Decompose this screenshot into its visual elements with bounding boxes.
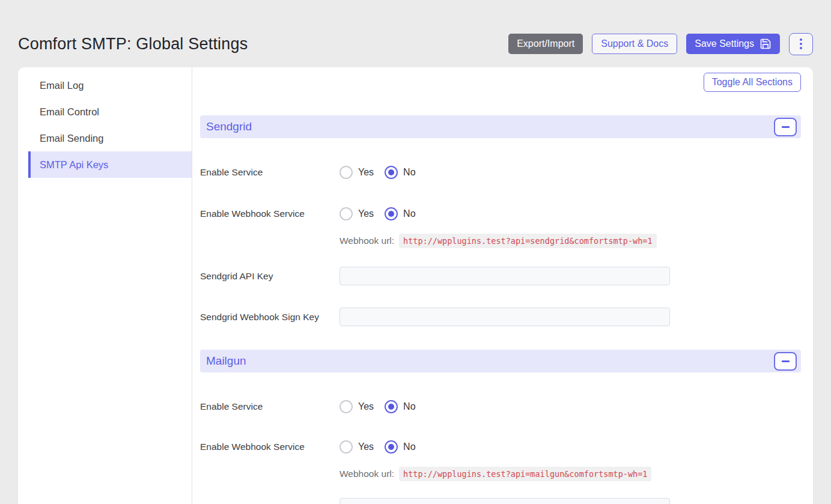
section-title: Sendgrid <box>206 120 252 133</box>
field-label: Enable Webhook Service <box>200 207 339 220</box>
form-row-sendgrid-api-key: Sendgrid API Key <box>200 267 801 285</box>
radio-no[interactable] <box>385 400 398 413</box>
minus-icon <box>782 126 790 128</box>
sendgrid-api-key-input[interactable] <box>339 267 670 285</box>
radio-yes[interactable] <box>339 207 353 220</box>
radio-yes[interactable] <box>339 400 353 413</box>
radio-no[interactable] <box>385 166 398 179</box>
form-row-enable-service: Enable Service Yes No <box>200 166 801 179</box>
toolbar: Export/Import Support & Docs Save Settin… <box>508 33 813 55</box>
radio-group-enable-service: Yes No <box>339 400 427 413</box>
sidebar-item-smtp-api-keys[interactable]: SMTP Api Keys <box>28 151 192 178</box>
form-row-sendgrid-webhook-sign-key: Sendgrid Webhook Sign Key <box>200 308 801 326</box>
settings-card: Email Log Email Control Email Sending SM… <box>18 67 813 504</box>
section-title: Mailgun <box>206 354 246 368</box>
radio-no[interactable] <box>385 207 398 220</box>
sidebar-item-email-sending[interactable]: Email Sending <box>28 125 192 151</box>
sendgrid-webhook-sign-key-input[interactable] <box>339 308 670 326</box>
webhook-url-line: Webhook url: http://wpplugins.test?api=s… <box>339 234 657 248</box>
sidebar: Email Log Email Control Email Sending SM… <box>18 67 192 504</box>
form-row-enable-webhook-service: Enable Webhook Service Yes No Webhook ur… <box>200 207 801 248</box>
radio-yes-label[interactable]: Yes <box>358 401 374 412</box>
webhook-url-label: Webhook url: <box>339 469 394 479</box>
field-label: Sendgrid Webhook Sign Key <box>200 311 339 324</box>
radio-group-enable-service: Yes No <box>339 166 427 179</box>
radio-no-label[interactable]: No <box>403 167 415 178</box>
section-header-mailgun[interactable]: Mailgun <box>200 350 801 372</box>
webhook-url-label: Webhook url: <box>339 235 394 246</box>
top-bar: Comfort SMTP: Global Settings Export/Imp… <box>0 0 831 67</box>
radio-group-enable-webhook-service: Yes No <box>339 440 651 454</box>
field-label: Enable Service <box>200 166 339 179</box>
sidebar-item-label: Email Control <box>40 106 99 118</box>
sidebar-item-email-control[interactable]: Email Control <box>28 99 192 125</box>
radio-yes-label[interactable]: Yes <box>358 208 374 219</box>
collapse-section-button[interactable] <box>774 118 797 136</box>
save-settings-label: Save Settings <box>695 38 754 49</box>
toggle-all-sections-button[interactable]: Toggle All Sections <box>704 73 801 92</box>
sidebar-item-label: SMTP Api Keys <box>40 159 108 171</box>
more-menu-button[interactable] <box>789 33 813 55</box>
form-row-enable-service: Enable Service Yes No <box>200 400 801 413</box>
collapse-section-button[interactable] <box>774 352 797 371</box>
save-settings-button[interactable]: Save Settings <box>686 34 780 54</box>
field-label: Sendgrid API Key <box>200 270 339 283</box>
sidebar-item-label: Email Sending <box>40 133 103 144</box>
page-title: Comfort SMTP: Global Settings <box>18 35 248 53</box>
radio-no[interactable] <box>385 440 398 454</box>
webhook-url-line: Webhook url: http://wpplugins.test?api=m… <box>339 467 651 481</box>
floppy-disk-icon <box>759 38 772 50</box>
section-header-sendgrid[interactable]: Sendgrid <box>200 115 801 138</box>
radio-no-label[interactable]: No <box>403 208 415 219</box>
content-panel: Toggle All Sections Sendgrid Enable Serv… <box>192 67 813 504</box>
kebab-vertical-icon <box>795 37 807 50</box>
field-label: Enable Webhook Service <box>200 440 339 454</box>
radio-yes-label[interactable]: Yes <box>358 167 374 178</box>
radio-yes-label[interactable]: Yes <box>358 442 374 452</box>
content-top-row: Toggle All Sections <box>200 73 801 92</box>
radio-no-label[interactable]: No <box>403 442 415 452</box>
webhook-url-value: http://wpplugins.test?api=mailgun&comfor… <box>399 467 651 481</box>
radio-no-label[interactable]: No <box>403 401 415 412</box>
support-docs-button[interactable]: Support & Docs <box>592 34 677 54</box>
export-import-button[interactable]: Export/Import <box>508 34 583 54</box>
minus-icon <box>782 360 790 362</box>
radio-yes[interactable] <box>339 166 353 179</box>
text-input[interactable] <box>339 498 670 504</box>
webhook-url-value: http://wpplugins.test?api=sendgrid&comfo… <box>399 234 657 248</box>
radio-yes[interactable] <box>339 440 353 454</box>
field-label: Enable Service <box>200 400 339 413</box>
webhook-control-column: Yes No Webhook url: http://wpplugins.tes… <box>339 207 657 248</box>
radio-group-enable-webhook-service: Yes No <box>339 207 657 220</box>
sidebar-item-email-log[interactable]: Email Log <box>28 72 192 99</box>
webhook-control-column: Yes No Webhook url: http://wpplugins.tes… <box>339 440 651 481</box>
form-row-enable-webhook-service: Enable Webhook Service Yes No Webhook ur… <box>200 440 801 481</box>
form-row-partial-input <box>200 498 801 504</box>
sidebar-item-label: Email Log <box>40 80 84 91</box>
